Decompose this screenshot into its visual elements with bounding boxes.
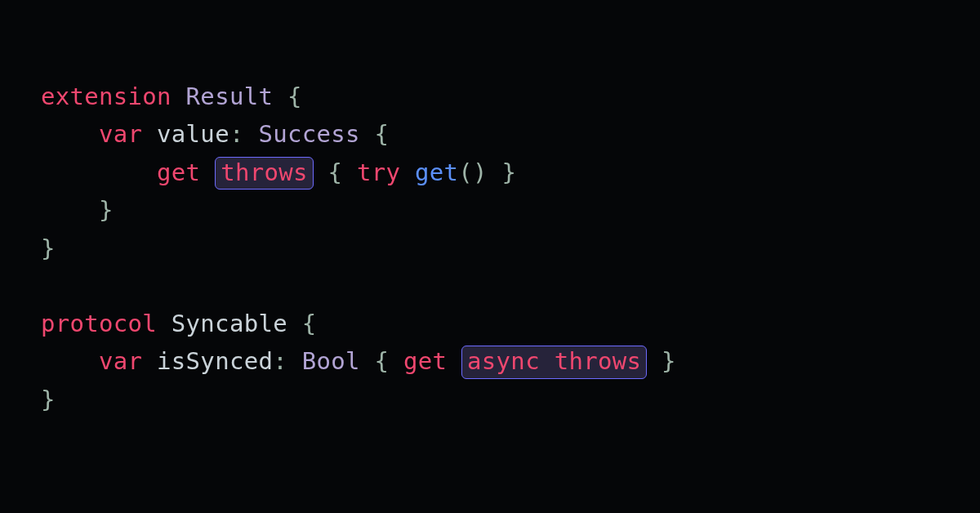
code-line-8: }: [41, 381, 939, 418]
space: [287, 347, 302, 375]
space: [273, 83, 287, 110]
brace-open: {: [375, 120, 390, 148]
function-get: get: [415, 158, 458, 186]
colon: :: [273, 347, 287, 375]
space: [447, 347, 461, 375]
space: [360, 120, 375, 148]
identifier-value: value: [157, 120, 229, 148]
keyword-var: var: [99, 120, 142, 148]
code-line-1: extension Result {: [41, 78, 939, 115]
keyword-try: try: [357, 158, 400, 186]
space: [244, 120, 259, 148]
brace-open: {: [287, 83, 302, 110]
code-line-2: var value: Success {: [41, 115, 939, 153]
space: [142, 120, 157, 148]
identifier-issynced: isSynced: [157, 347, 273, 375]
brace-close: }: [41, 386, 56, 413]
brace-close: }: [41, 234, 56, 262]
indent: [41, 347, 99, 375]
parens: (): [458, 158, 488, 186]
brace-close: }: [99, 196, 114, 224]
brace-open: {: [302, 310, 317, 337]
brace-close: }: [502, 158, 517, 186]
indent: [41, 120, 99, 148]
brace-close: }: [662, 347, 676, 375]
space: [142, 347, 157, 375]
indent: [41, 158, 157, 186]
space: [360, 347, 375, 375]
space: [172, 83, 186, 110]
space: [200, 158, 215, 186]
space: [389, 347, 403, 375]
space: [647, 347, 662, 375]
colon: :: [229, 120, 244, 148]
code-line-4: }: [41, 191, 939, 229]
space: [157, 310, 172, 337]
keyword-get: get: [403, 347, 447, 375]
code-block: extension Result { var value: Success { …: [41, 78, 939, 418]
type-success: Success: [258, 120, 359, 148]
space: [342, 158, 357, 186]
keyword-extension: extension: [41, 83, 172, 110]
space: [488, 158, 502, 186]
keyword-get: get: [157, 158, 200, 186]
code-line-7: var isSynced: Bool { get async throws }: [41, 342, 939, 380]
indent: [41, 196, 99, 224]
highlight-async-throws: async throws: [461, 346, 647, 378]
type-syncable: Syncable: [172, 310, 287, 337]
code-line-5: }: [41, 230, 939, 267]
space: [287, 310, 302, 337]
space: [314, 158, 328, 186]
type-result: Result: [186, 83, 274, 110]
keyword-protocol: protocol: [41, 310, 157, 337]
blank-line: [41, 267, 939, 305]
type-bool: Bool: [302, 347, 360, 375]
keyword-var: var: [99, 347, 142, 375]
code-line-3: get throws { try get() }: [41, 154, 939, 191]
brace-open: {: [327, 158, 342, 186]
space: [400, 158, 415, 186]
highlight-throws: throws: [215, 157, 314, 190]
brace-open: {: [375, 347, 390, 375]
code-line-6: protocol Syncable {: [41, 305, 939, 342]
